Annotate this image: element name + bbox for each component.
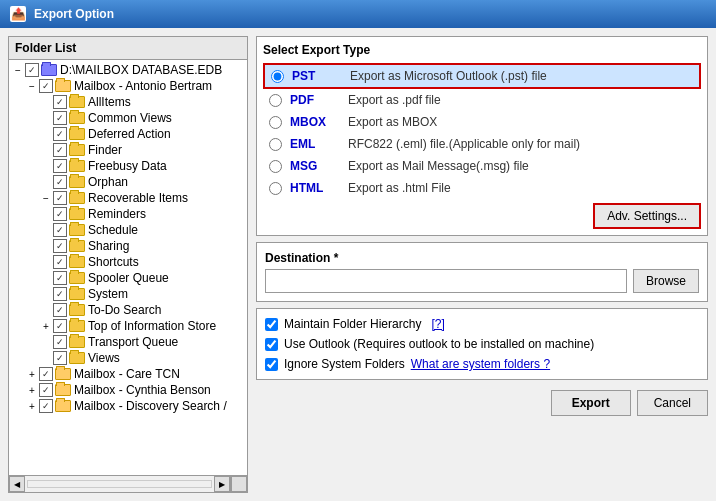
tree-checkbox[interactable]: ✓ <box>39 383 53 397</box>
tree-item-freebusy-data[interactable]: ✓Freebusy Data <box>11 158 245 174</box>
export-code-pdf: PDF <box>290 93 340 107</box>
folder-icon <box>55 80 71 92</box>
use-outlook-checkbox[interactable] <box>265 338 278 351</box>
tree-expander[interactable]: − <box>39 193 53 204</box>
tree-checkbox[interactable]: ✓ <box>53 127 67 141</box>
maintain-hierarchy-help[interactable]: [?] <box>431 317 444 331</box>
tree-checkbox[interactable]: ✓ <box>53 255 67 269</box>
ignore-system-label: Ignore System Folders <box>284 357 405 371</box>
tree-item-deferred-action[interactable]: ✓Deferred Action <box>11 126 245 142</box>
tree-item-shortcuts[interactable]: ✓Shortcuts <box>11 254 245 270</box>
export-radio-msg[interactable] <box>269 160 282 173</box>
tree-expander[interactable]: − <box>25 81 39 92</box>
tree-checkbox[interactable]: ✓ <box>53 95 67 109</box>
tree-item-allitems[interactable]: ✓AllItems <box>11 94 245 110</box>
tree-checkbox[interactable]: ✓ <box>39 367 53 381</box>
tree-checkbox[interactable]: ✓ <box>53 303 67 317</box>
destination-input[interactable] <box>265 269 627 293</box>
tree-item-reminders[interactable]: ✓Reminders <box>11 206 245 222</box>
tree-item-transport-queue[interactable]: ✓Transport Queue <box>11 334 245 350</box>
tree-item-common-views[interactable]: ✓Common Views <box>11 110 245 126</box>
tree-item-label: Mailbox - Care TCN <box>74 367 180 381</box>
tree-checkbox[interactable]: ✓ <box>25 63 39 77</box>
tree-checkbox[interactable]: ✓ <box>53 191 67 205</box>
tree-item-label: Common Views <box>88 111 172 125</box>
export-radio-eml[interactable] <box>269 138 282 151</box>
tree-expander[interactable]: + <box>25 401 39 412</box>
tree-expander[interactable]: + <box>25 369 39 380</box>
system-folders-help-link[interactable]: What are system folders ? <box>411 357 550 371</box>
export-options-container: PST Export as Microsoft Outlook (.pst) f… <box>263 63 701 199</box>
tree-expander[interactable]: + <box>39 321 53 332</box>
export-radio-pst[interactable] <box>271 70 284 83</box>
tree-item-label: Views <box>88 351 120 365</box>
ignore-system-checkbox[interactable] <box>265 358 278 371</box>
tree-checkbox[interactable]: ✓ <box>53 207 67 221</box>
export-type-section: Select Export Type PST Export as Microso… <box>256 36 708 236</box>
cancel-button[interactable]: Cancel <box>637 390 708 416</box>
tree-checkbox[interactable]: ✓ <box>53 223 67 237</box>
tree-checkbox[interactable]: ✓ <box>53 319 67 333</box>
folder-tree[interactable]: −✓D:\MAILBOX DATABASE.EDB−✓Mailbox - Ant… <box>9 60 247 475</box>
export-option-mbox[interactable]: MBOX Export as MBOX <box>263 111 701 133</box>
tree-item-spooler-queue[interactable]: ✓Spooler Queue <box>11 270 245 286</box>
tree-item-mailbox-discovery[interactable]: +✓Mailbox - Discovery Search / <box>11 398 245 414</box>
scroll-left-btn[interactable]: ◀ <box>9 476 25 492</box>
tree-item-label: Reminders <box>88 207 146 221</box>
tree-item-system[interactable]: ✓System <box>11 286 245 302</box>
tree-checkbox[interactable]: ✓ <box>53 335 67 349</box>
export-code-html: HTML <box>290 181 340 195</box>
folder-panel-header: Folder List <box>9 37 247 60</box>
export-radio-html[interactable] <box>269 182 282 195</box>
tree-item-mailbox-bertram[interactable]: −✓Mailbox - Antonio Bertram <box>11 78 245 94</box>
tree-item-todo-search[interactable]: ✓To-Do Search <box>11 302 245 318</box>
bottom-buttons: Export Cancel <box>256 386 708 416</box>
tree-expander[interactable]: − <box>11 65 25 76</box>
tree-item-label: Mailbox - Discovery Search / <box>74 399 227 413</box>
tree-item-top-info-store[interactable]: +✓Top of Information Store <box>11 318 245 334</box>
maintain-hierarchy-label: Maintain Folder Hierarchy <box>284 317 421 331</box>
tree-item-views[interactable]: ✓Views <box>11 350 245 366</box>
export-code-msg: MSG <box>290 159 340 173</box>
tree-item-schedule[interactable]: ✓Schedule <box>11 222 245 238</box>
main-content: Folder List −✓D:\MAILBOX DATABASE.EDB−✓M… <box>0 28 716 501</box>
tree-checkbox[interactable]: ✓ <box>39 79 53 93</box>
tree-checkbox[interactable]: ✓ <box>53 239 67 253</box>
folder-icon <box>69 352 85 364</box>
export-radio-pdf[interactable] <box>269 94 282 107</box>
tree-checkbox[interactable]: ✓ <box>53 143 67 157</box>
tree-item-db[interactable]: −✓D:\MAILBOX DATABASE.EDB <box>11 62 245 78</box>
maintain-hierarchy-checkbox[interactable] <box>265 318 278 331</box>
adv-settings-row: Adv. Settings... <box>263 203 701 229</box>
export-option-pdf[interactable]: PDF Export as .pdf file <box>263 89 701 111</box>
tree-item-recoverable-items[interactable]: −✓Recoverable Items <box>11 190 245 206</box>
export-button[interactable]: Export <box>551 390 631 416</box>
folder-icon <box>69 240 85 252</box>
horizontal-scrollbar[interactable]: ◀ ▶ <box>9 476 231 492</box>
tree-item-orphan[interactable]: ✓Orphan <box>11 174 245 190</box>
tree-checkbox[interactable]: ✓ <box>53 351 67 365</box>
export-option-html[interactable]: HTML Export as .html File <box>263 177 701 199</box>
export-option-msg[interactable]: MSG Export as Mail Message(.msg) file <box>263 155 701 177</box>
browse-button[interactable]: Browse <box>633 269 699 293</box>
tree-checkbox[interactable]: ✓ <box>53 111 67 125</box>
tree-checkbox[interactable]: ✓ <box>53 175 67 189</box>
folder-icon <box>69 176 85 188</box>
export-radio-mbox[interactable] <box>269 116 282 129</box>
tree-expander[interactable]: + <box>25 385 39 396</box>
scroll-right-btn[interactable]: ▶ <box>214 476 230 492</box>
tree-item-finder[interactable]: ✓Finder <box>11 142 245 158</box>
tree-item-mailbox-care[interactable]: +✓Mailbox - Care TCN <box>11 366 245 382</box>
tree-checkbox[interactable]: ✓ <box>53 287 67 301</box>
tree-checkbox[interactable]: ✓ <box>53 159 67 173</box>
scroll-track[interactable] <box>27 480 212 488</box>
tree-item-sharing[interactable]: ✓Sharing <box>11 238 245 254</box>
export-option-eml[interactable]: EML RFC822 (.eml) file.(Applicable only … <box>263 133 701 155</box>
adv-settings-button[interactable]: Adv. Settings... <box>593 203 701 229</box>
tree-checkbox[interactable]: ✓ <box>53 271 67 285</box>
folder-icon <box>69 336 85 348</box>
export-option-pst[interactable]: PST Export as Microsoft Outlook (.pst) f… <box>263 63 701 89</box>
tree-checkbox[interactable]: ✓ <box>39 399 53 413</box>
tree-item-mailbox-cynthia[interactable]: +✓Mailbox - Cynthia Benson <box>11 382 245 398</box>
export-desc-pdf: Export as .pdf file <box>348 93 441 107</box>
